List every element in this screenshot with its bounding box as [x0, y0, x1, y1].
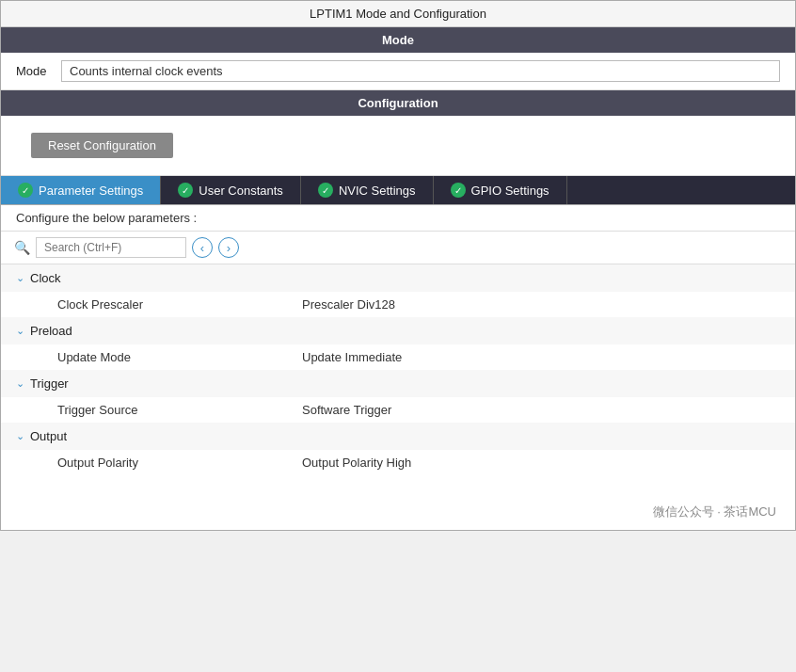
tab-parameter-settings[interactable]: ✓ Parameter Settings [1, 176, 161, 204]
window-title: LPTIM1 Mode and Configuration [1, 1, 795, 27]
chevron-trigger: ⌄ [16, 377, 24, 390]
mode-label: Mode [16, 64, 54, 78]
tab-check-user-constants: ✓ [178, 183, 193, 198]
param-output-polarity: Output Polarity Output Polarity High [1, 450, 795, 475]
tab-check-nvic: ✓ [318, 183, 333, 198]
search-icon: 🔍 [14, 240, 30, 255]
param-trigger-source: Trigger Source Software Trigger [1, 397, 795, 423]
group-preload[interactable]: ⌄ Preload [1, 317, 795, 344]
search-row: 🔍 ‹ › [1, 232, 795, 264]
params-list: ⌄ Clock Clock Prescaler Prescaler Div128… [1, 264, 795, 475]
next-arrow[interactable]: › [218, 237, 239, 258]
chevron-clock: ⌄ [16, 272, 24, 284]
tab-nvic-settings[interactable]: ✓ NVIC Settings [301, 176, 434, 204]
tab-user-constants[interactable]: ✓ User Constants [161, 176, 301, 204]
mode-value[interactable]: Counts internal clock events [61, 60, 780, 82]
search-input[interactable] [36, 237, 186, 258]
param-clock-prescaler: Clock Prescaler Prescaler Div128 [1, 292, 795, 317]
param-update-mode: Update Mode Update Immediate [1, 344, 795, 370]
chevron-preload: ⌄ [16, 325, 24, 337]
group-trigger[interactable]: ⌄ Trigger [1, 370, 795, 397]
tab-check-gpio: ✓ [451, 183, 466, 198]
main-container: LPTIM1 Mode and Configuration Mode Mode … [0, 0, 796, 531]
tab-gpio-settings[interactable]: ✓ GPIO Settings [434, 176, 567, 204]
mode-section-header: Mode [1, 27, 795, 53]
mode-row: Mode Counts internal clock events [1, 53, 795, 90]
watermark: 微信公众号 · 茶话MCU [1, 475, 795, 530]
tab-check-parameter: ✓ [18, 183, 33, 198]
group-output[interactable]: ⌄ Output [1, 423, 795, 450]
prev-arrow[interactable]: ‹ [192, 237, 213, 258]
window-title-text: LPTIM1 Mode and Configuration [310, 7, 486, 21]
configure-text: Configure the below parameters : [1, 205, 795, 232]
reset-configuration-button[interactable]: Reset Configuration [31, 133, 173, 158]
chevron-output: ⌄ [16, 430, 24, 442]
config-section-header: Configuration [1, 90, 795, 116]
tabs-row: ✓ Parameter Settings ✓ User Constants ✓ … [1, 176, 795, 205]
group-clock[interactable]: ⌄ Clock [1, 264, 795, 292]
